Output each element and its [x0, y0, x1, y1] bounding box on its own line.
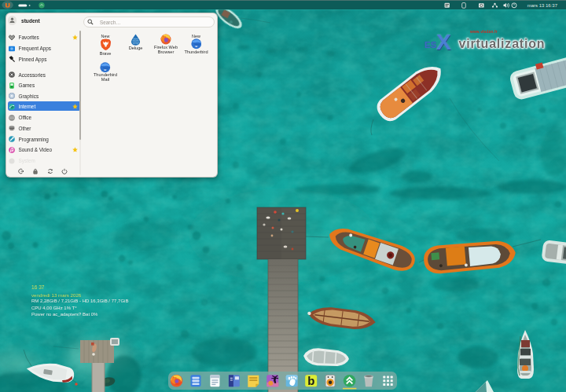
svg-text:mars 13 16:37: mars 13 16:37 — [527, 3, 558, 8]
svg-text:b: b — [307, 374, 314, 387]
